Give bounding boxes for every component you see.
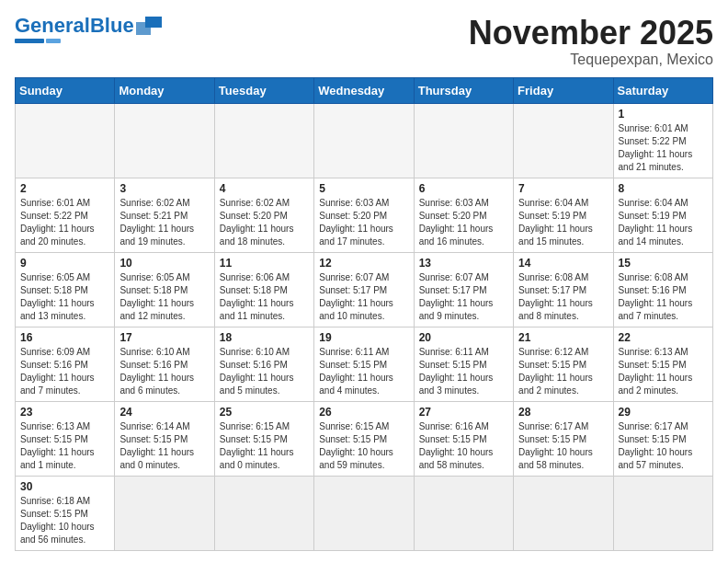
day-info: Sunrise: 6:13 AM Sunset: 5:15 PM Dayligh… — [20, 420, 109, 472]
day-info: Sunrise: 6:16 AM Sunset: 5:15 PM Dayligh… — [419, 420, 508, 472]
logo: GeneralBlue — [15, 15, 162, 43]
day-info: Sunrise: 6:06 AM Sunset: 5:18 PM Dayligh… — [220, 271, 309, 323]
day-info: Sunrise: 6:10 AM Sunset: 5:16 PM Dayligh… — [220, 346, 309, 397]
logo-icon — [136, 15, 162, 37]
day-info: Sunrise: 6:15 AM Sunset: 5:15 PM Dayligh… — [220, 420, 309, 472]
day-info: Sunrise: 6:08 AM Sunset: 5:17 PM Dayligh… — [518, 271, 608, 323]
calendar-cell: 19Sunrise: 6:11 AM Sunset: 5:15 PM Dayli… — [314, 327, 414, 401]
day-number: 12 — [319, 257, 408, 270]
calendar-cell: 14Sunrise: 6:08 AM Sunset: 5:17 PM Dayli… — [514, 252, 613, 327]
day-info: Sunrise: 6:02 AM Sunset: 5:21 PM Dayligh… — [119, 197, 209, 248]
logo-general: General — [15, 14, 90, 37]
day-number: 11 — [220, 257, 309, 270]
calendar-cell — [214, 476, 313, 550]
calendar-cell: 6Sunrise: 6:03 AM Sunset: 5:20 PM Daylig… — [414, 178, 513, 252]
calendar-cell: 20Sunrise: 6:11 AM Sunset: 5:15 PM Dayli… — [414, 327, 513, 401]
calendar-cell: 23Sunrise: 6:13 AM Sunset: 5:15 PM Dayli… — [16, 401, 115, 476]
calendar-cell: 25Sunrise: 6:15 AM Sunset: 5:15 PM Dayli… — [214, 401, 313, 476]
title-section: November 2025 Tequepexpan, Mexico — [469, 15, 713, 68]
day-number: 15 — [619, 257, 708, 270]
day-info: Sunrise: 6:08 AM Sunset: 5:16 PM Dayligh… — [619, 271, 708, 323]
day-number: 9 — [20, 257, 109, 270]
day-info: Sunrise: 6:17 AM Sunset: 5:15 PM Dayligh… — [619, 420, 708, 472]
calendar-cell: 11Sunrise: 6:06 AM Sunset: 5:18 PM Dayli… — [214, 252, 313, 327]
day-number: 17 — [119, 331, 209, 344]
logo-text: GeneralBlue — [15, 16, 134, 36]
calendar-cell — [613, 476, 712, 550]
day-number: 5 — [319, 182, 408, 195]
calendar-cell: 18Sunrise: 6:10 AM Sunset: 5:16 PM Dayli… — [214, 327, 313, 401]
day-info: Sunrise: 6:04 AM Sunset: 5:19 PM Dayligh… — [518, 197, 608, 248]
day-info: Sunrise: 6:17 AM Sunset: 5:15 PM Dayligh… — [518, 420, 608, 472]
calendar-cell: 4Sunrise: 6:02 AM Sunset: 5:20 PM Daylig… — [214, 178, 313, 252]
day-number: 22 — [619, 331, 708, 344]
calendar-cell: 17Sunrise: 6:10 AM Sunset: 5:16 PM Dayli… — [115, 327, 214, 401]
day-info: Sunrise: 6:01 AM Sunset: 5:22 PM Dayligh… — [20, 197, 109, 248]
calendar-cell: 7Sunrise: 6:04 AM Sunset: 5:19 PM Daylig… — [514, 178, 613, 252]
month-title: November 2025 — [469, 15, 713, 52]
day-of-week-header: Thursday — [414, 77, 513, 103]
day-info: Sunrise: 6:10 AM Sunset: 5:16 PM Dayligh… — [119, 346, 209, 397]
day-info: Sunrise: 6:03 AM Sunset: 5:20 PM Dayligh… — [319, 197, 408, 248]
day-number: 13 — [419, 257, 508, 270]
calendar-cell — [414, 103, 513, 178]
day-of-week-header: Tuesday — [214, 77, 313, 103]
day-number: 16 — [20, 331, 109, 344]
day-number: 14 — [518, 257, 608, 270]
calendar-cell: 3Sunrise: 6:02 AM Sunset: 5:21 PM Daylig… — [115, 178, 214, 252]
day-info: Sunrise: 6:18 AM Sunset: 5:15 PM Dayligh… — [20, 495, 109, 546]
calendar-week-row: 16Sunrise: 6:09 AM Sunset: 5:16 PM Dayli… — [16, 327, 713, 401]
calendar-cell: 13Sunrise: 6:07 AM Sunset: 5:17 PM Dayli… — [414, 252, 513, 327]
svg-marker-1 — [136, 22, 151, 35]
day-number: 7 — [518, 182, 608, 195]
day-info: Sunrise: 6:13 AM Sunset: 5:15 PM Dayligh… — [619, 346, 708, 397]
day-number: 30 — [20, 480, 109, 493]
calendar-cell — [214, 103, 313, 178]
day-of-week-header: Wednesday — [314, 77, 414, 103]
calendar-cell: 2Sunrise: 6:01 AM Sunset: 5:22 PM Daylig… — [16, 178, 115, 252]
day-number: 6 — [419, 182, 508, 195]
calendar-cell: 15Sunrise: 6:08 AM Sunset: 5:16 PM Dayli… — [613, 252, 712, 327]
day-number: 4 — [220, 182, 309, 195]
day-info: Sunrise: 6:09 AM Sunset: 5:16 PM Dayligh… — [20, 346, 109, 397]
calendar-cell — [16, 103, 115, 178]
calendar-cell: 30Sunrise: 6:18 AM Sunset: 5:15 PM Dayli… — [16, 476, 115, 550]
calendar-cell: 10Sunrise: 6:05 AM Sunset: 5:18 PM Dayli… — [115, 252, 214, 327]
location: Tequepexpan, Mexico — [469, 52, 713, 68]
day-info: Sunrise: 6:12 AM Sunset: 5:15 PM Dayligh… — [518, 346, 608, 397]
calendar-cell: 21Sunrise: 6:12 AM Sunset: 5:15 PM Dayli… — [514, 327, 613, 401]
calendar-cell — [514, 476, 613, 550]
day-number: 26 — [319, 406, 408, 419]
day-info: Sunrise: 6:07 AM Sunset: 5:17 PM Dayligh… — [419, 271, 508, 323]
day-number: 1 — [619, 108, 708, 121]
calendar-cell: 9Sunrise: 6:05 AM Sunset: 5:18 PM Daylig… — [16, 252, 115, 327]
day-number: 19 — [319, 331, 408, 344]
day-info: Sunrise: 6:11 AM Sunset: 5:15 PM Dayligh… — [319, 346, 408, 397]
calendar-cell — [314, 103, 414, 178]
day-info: Sunrise: 6:04 AM Sunset: 5:19 PM Dayligh… — [619, 197, 708, 248]
day-number: 23 — [20, 406, 109, 419]
day-number: 20 — [419, 331, 508, 344]
calendar-cell — [115, 476, 214, 550]
calendar-cell: 22Sunrise: 6:13 AM Sunset: 5:15 PM Dayli… — [613, 327, 712, 401]
logo-blue-text: Blue — [90, 14, 134, 37]
calendar-cell: 27Sunrise: 6:16 AM Sunset: 5:15 PM Dayli… — [414, 401, 513, 476]
calendar-cell — [115, 103, 214, 178]
day-number: 18 — [220, 331, 309, 344]
day-number: 29 — [619, 406, 708, 419]
day-number: 21 — [518, 331, 608, 344]
calendar-cell: 8Sunrise: 6:04 AM Sunset: 5:19 PM Daylig… — [613, 178, 712, 252]
day-of-week-header: Friday — [514, 77, 613, 103]
calendar-cell: 29Sunrise: 6:17 AM Sunset: 5:15 PM Dayli… — [613, 401, 712, 476]
day-info: Sunrise: 6:05 AM Sunset: 5:18 PM Dayligh… — [20, 271, 109, 323]
day-number: 28 — [518, 406, 608, 419]
day-number: 3 — [119, 182, 209, 195]
calendar-week-row: 23Sunrise: 6:13 AM Sunset: 5:15 PM Dayli… — [16, 401, 713, 476]
calendar-cell — [514, 103, 613, 178]
page-header: GeneralBlue November 2025 Tequepexpan, M… — [15, 15, 713, 68]
day-number: 2 — [20, 182, 109, 195]
day-info: Sunrise: 6:03 AM Sunset: 5:20 PM Dayligh… — [419, 197, 508, 248]
calendar-cell — [414, 476, 513, 550]
calendar-week-row: 2Sunrise: 6:01 AM Sunset: 5:22 PM Daylig… — [16, 178, 713, 252]
calendar-cell: 1Sunrise: 6:01 AM Sunset: 5:22 PM Daylig… — [613, 103, 712, 178]
